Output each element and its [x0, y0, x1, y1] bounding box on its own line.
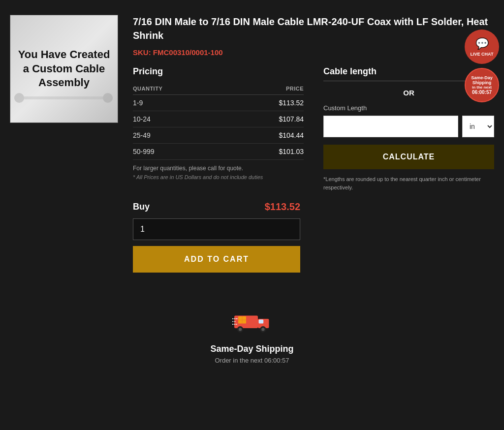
qty-cell: 10-24 [133, 111, 226, 127]
product-image-text: You Have Created a Custom Cable Assembly [13, 43, 115, 95]
shipping-subtitle: Order in the next 06:00:57 [10, 357, 494, 364]
shipping-section: Same-Day Shipping Order in the next 06:0… [10, 297, 494, 364]
qty-cell: 25-49 [133, 127, 226, 144]
chat-icon: 💬 [475, 37, 489, 50]
table-row: 10-24$107.84 [133, 111, 304, 127]
add-to-cart-label: ADD TO CART [184, 255, 249, 263]
sku-value: FMC00310/0001-100 [153, 48, 223, 57]
image-text-line1: You Have Created [18, 48, 110, 61]
custom-length-input[interactable] [323, 116, 458, 137]
pricing-title: Pricing [133, 66, 304, 77]
live-chat-label: LIVE CHAT [471, 52, 494, 57]
table-row: 1-9$113.52 [133, 95, 304, 111]
pricing-table: QUANTITY PRICE 1-9$113.5210-24$107.8425-… [133, 83, 304, 160]
product-section: ⊕ You Have Created a Custom Cable Assemb… [10, 15, 494, 273]
qty-cell: 1-9 [133, 95, 226, 111]
shipping-prefix: Order in the next [215, 357, 262, 364]
same-day-line3: in the next [472, 85, 492, 90]
shipping-timer: 06:00:57 [264, 357, 289, 364]
image-text-line3: Assembly [38, 76, 90, 89]
length-note: *Lengths are rounded up to the nearest q… [323, 175, 494, 191]
truck-svg [232, 307, 272, 334]
product-image-wrapper: ⊕ You Have Created a Custom Cable Assemb… [10, 15, 118, 273]
svg-point-9 [261, 328, 264, 331]
sku-label: SKU: [133, 48, 151, 57]
product-info: 7/16 DIN Male to 7/16 DIN Male Cable LMR… [133, 15, 494, 273]
col-price: PRICE [226, 83, 304, 95]
shipping-title: Same-Day Shipping [10, 344, 494, 354]
details-row: Pricing QUANTITY PRICE 1-9$113.5210-24$1… [133, 66, 494, 191]
image-text-line2: a Custom Cable [23, 62, 105, 75]
unit-select[interactable]: in cm ft m [462, 116, 494, 137]
pricing-section: Pricing QUANTITY PRICE 1-9$113.5210-24$1… [133, 66, 304, 191]
product-sku: SKU: FMC00310/0001-100 [133, 48, 494, 57]
page-wrapper: ⊕ You Have Created a Custom Cable Assemb… [0, 0, 504, 379]
same-day-line1: Same-Day [471, 75, 493, 80]
calculate-button[interactable]: CALCULATE [323, 145, 494, 169]
buy-header: Buy $113.52 [133, 201, 300, 213]
table-row: 50-999$101.03 [133, 144, 304, 160]
buy-section: Buy $113.52 ADD TO CART [133, 201, 300, 273]
col-quantity: QUANTITY [133, 83, 226, 95]
product-image: You Have Created a Custom Cable Assembly [10, 15, 118, 123]
buy-price: $113.52 [265, 201, 300, 213]
same-day-badge[interactable]: Same-Day Shipping in the next 06:00:57 [465, 68, 499, 102]
same-day-timer: 06:00:57 [472, 90, 492, 95]
live-chat-button[interactable]: 💬 LIVE CHAT [465, 30, 499, 64]
same-day-line2: Shipping [472, 80, 492, 85]
svg-rect-5 [259, 320, 264, 324]
qty-cell: 50-999 [133, 144, 226, 160]
table-row: 25-49$104.44 [133, 127, 304, 144]
product-title: 7/16 DIN Male to 7/16 DIN Male Cable LMR… [133, 15, 494, 42]
svg-point-7 [239, 328, 242, 331]
price-cell: $104.44 [226, 127, 304, 144]
custom-length-label: Custom Length [323, 104, 494, 112]
add-to-cart-button[interactable]: ADD TO CART [133, 246, 300, 273]
quantity-input[interactable] [133, 218, 300, 240]
calculate-label: CALCULATE [383, 153, 435, 161]
buy-label: Buy [133, 202, 150, 212]
pricing-note: For larger quantities, please call for q… [133, 165, 304, 172]
price-cell: $113.52 [226, 95, 304, 111]
truck-icon [232, 307, 272, 337]
price-cell: $101.03 [226, 144, 304, 160]
pricing-disclaimer: * All Prices are in US Dollars and do no… [133, 174, 304, 180]
custom-length-row: in cm ft m [323, 116, 494, 137]
price-cell: $107.84 [226, 111, 304, 127]
